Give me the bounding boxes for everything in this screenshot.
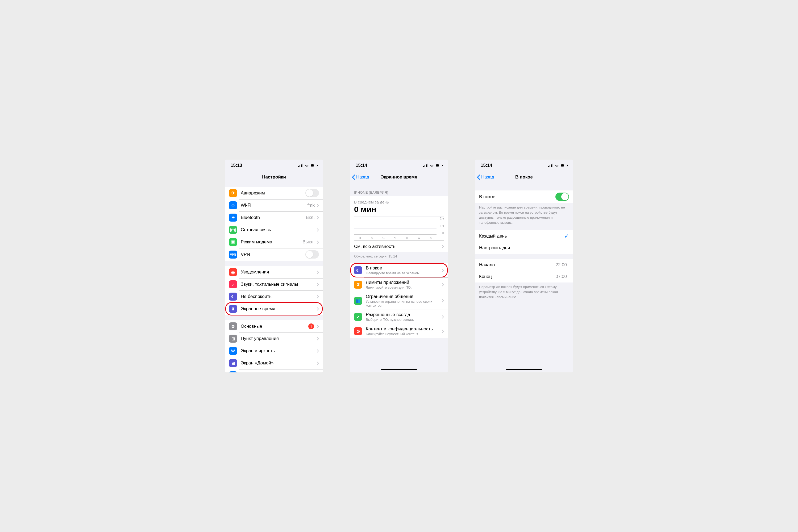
usage-chart-card: В среднем за день 0 мин 2 ч1 ч0 ПВСЧПСВ … (350, 196, 448, 252)
back-button[interactable]: Назад (477, 174, 494, 180)
nav-bar: Настройки (225, 171, 323, 183)
row-every-day[interactable]: Каждый день ✓ (475, 230, 573, 242)
chevron-right-icon (317, 228, 319, 232)
row-accessibility[interactable]: ♿ Универсальный доступ (225, 369, 323, 373)
row-subtitle: Выберите ПО, нужное всегда. (366, 318, 442, 322)
home-indicator[interactable] (506, 369, 542, 370)
row-screentime[interactable]: ⧗ Экранное время (225, 303, 323, 315)
row-communication-limits[interactable]: 👥 Ограничения общения Установите огранич… (350, 292, 448, 310)
airplane-toggle[interactable] (305, 189, 319, 197)
row-label: Wi-Fi (241, 203, 307, 208)
phone-screentime: 15:14 Назад Экранное время IPHONE (ВАЛЕР… (350, 159, 448, 373)
back-label: Назад (356, 174, 369, 180)
row-app-limits[interactable]: ⧗ Лимиты приложений Лимитируйте время дл… (350, 278, 448, 292)
people-icon: 👥 (354, 297, 362, 305)
display-icon: AA (229, 347, 237, 355)
cellular-signal-icon (548, 164, 553, 167)
row-label: В покое (366, 265, 442, 271)
row-label: Уведомления (241, 269, 317, 275)
row-airplane[interactable]: ✈ Авиарежим (225, 187, 323, 199)
chevron-right-icon (317, 204, 319, 207)
row-customize-days[interactable]: Настроить дни (475, 242, 573, 254)
status-time: 15:14 (481, 163, 492, 168)
cellular-signal-icon (423, 164, 428, 167)
phone-downtime: 15:14 Назад В покое В покое Настройте ра… (475, 159, 573, 373)
row-label: Экран «Домой» (241, 360, 317, 366)
page-title: В покое (515, 174, 533, 180)
section-header: IPHONE (ВАЛЕРИЯ) (350, 189, 448, 196)
wifi-icon (430, 164, 434, 167)
control-center-icon: ⊞ (229, 335, 237, 343)
updated-text: Обновлено: сегодня, 15:14 (350, 252, 448, 261)
row-label: Режим модема (241, 240, 302, 245)
chevron-left-icon (352, 174, 355, 180)
row-label: Авиарежим (241, 190, 305, 196)
status-time: 15:14 (356, 163, 367, 168)
row-wifi[interactable]: Wi-Fi fmk (225, 199, 323, 211)
chevron-right-icon (442, 269, 444, 272)
row-notifications[interactable]: ◉ Уведомления (225, 266, 323, 278)
chart: 2 ч1 ч0 ПВСЧПСВ (354, 216, 444, 240)
row-label: Начало (479, 262, 555, 268)
notification-badge: 1 (308, 323, 314, 329)
row-label: Контент и конфиденциальность (366, 326, 442, 332)
row-home-screen[interactable]: ⊞ Экран «Домой» (225, 357, 323, 369)
row-display[interactable]: AA Экран и яркость (225, 345, 323, 357)
row-label: VPN (241, 252, 305, 257)
back-button[interactable]: Назад (352, 174, 369, 180)
row-start-time[interactable]: Начало 22:00 (475, 259, 573, 271)
row-hotspot[interactable]: ⌘ Режим модема Выкл. (225, 236, 323, 248)
chevron-left-icon (477, 174, 480, 180)
row-cellular[interactable]: ((•)) Сотовая связь (225, 224, 323, 236)
row-value: Вкл. (306, 215, 315, 220)
row-always-allowed[interactable]: ✓ Разрешенные всегда Выберите ПО, нужное… (350, 310, 448, 324)
home-indicator[interactable] (381, 369, 417, 370)
status-bar: 15:13 (225, 159, 323, 171)
average-value: 0 мин (354, 205, 444, 214)
chevron-right-icon (442, 245, 444, 248)
row-all-activity[interactable]: См. всю активность (354, 241, 444, 252)
nav-bar: Назад В покое (475, 171, 573, 183)
row-label: Основные (241, 324, 308, 329)
row-subtitle: Блокируйте неуместный контент. (366, 332, 442, 336)
home-screen-icon: ⊞ (229, 359, 237, 367)
battery-icon (436, 164, 442, 167)
row-bluetooth[interactable]: ⌖ Bluetooth Вкл. (225, 211, 323, 224)
row-label: Каждый день (479, 233, 564, 239)
chevron-right-icon (442, 315, 444, 319)
row-label: Сотовая связь (241, 227, 317, 232)
vpn-icon: VPN (229, 251, 237, 259)
downtime-icon: ☾ (354, 266, 362, 274)
downtime-toggle[interactable] (555, 193, 569, 201)
row-content-privacy[interactable]: ⊘ Контент и конфиденциальность Блокируйт… (350, 324, 448, 338)
status-icons (298, 164, 317, 167)
row-label: Экранное время (241, 306, 317, 311)
row-downtime-toggle[interactable]: В покое (475, 190, 573, 203)
status-bar: 15:14 (475, 159, 573, 171)
chevron-right-icon (442, 283, 444, 286)
chart-y-labels: 2 ч1 ч0 (438, 217, 444, 234)
row-control-center[interactable]: ⊞ Пункт управления (225, 332, 323, 345)
row-end-time[interactable]: Конец 07:00 (475, 271, 573, 283)
status-icons (548, 164, 567, 167)
chevron-right-icon (317, 241, 319, 244)
row-label: Лимиты приложений (366, 280, 442, 285)
chevron-right-icon (317, 283, 319, 286)
chevron-right-icon (442, 299, 444, 302)
row-label: Разрешенные всегда (366, 312, 442, 317)
row-dnd[interactable]: ☾ Не беспокоить (225, 290, 323, 303)
vpn-toggle[interactable] (305, 250, 319, 259)
row-value: fmk (307, 203, 315, 208)
row-general[interactable]: ⚙ Основные 1 (225, 320, 323, 332)
row-downtime[interactable]: ☾ В покое Планируйте время не за экраном… (350, 263, 448, 278)
chevron-right-icon (442, 329, 444, 333)
row-sounds[interactable]: ♪ Звуки, тактильные сигналы (225, 278, 323, 290)
airplane-icon: ✈ (229, 189, 237, 197)
row-vpn[interactable]: VPN VPN (225, 248, 323, 261)
hotspot-icon: ⌘ (229, 238, 237, 246)
status-bar: 15:14 (350, 159, 448, 171)
page-title: Настройки (262, 174, 286, 180)
checkmark-icon: ✓ (564, 233, 569, 240)
row-label: Настроить дни (479, 245, 569, 251)
notifications-icon: ◉ (229, 268, 237, 276)
